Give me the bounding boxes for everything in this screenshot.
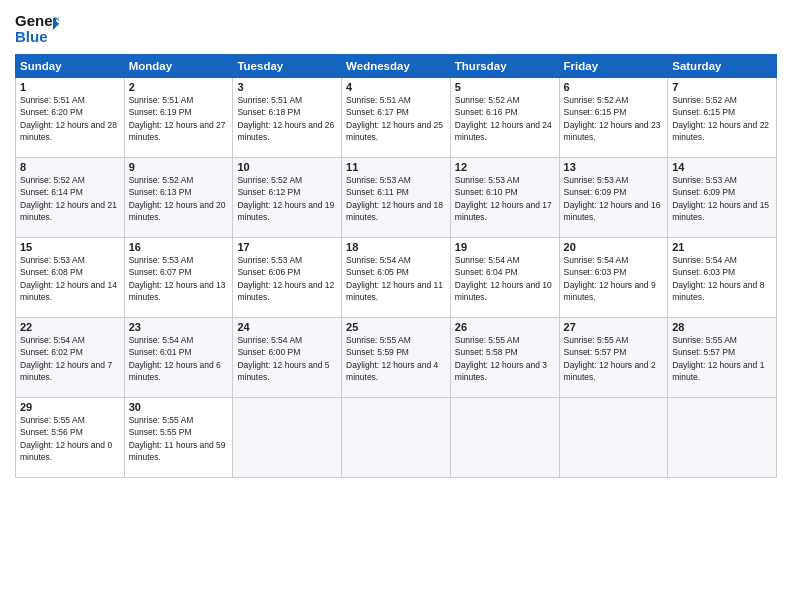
cell-info: Sunrise: 5:52 AM Sunset: 6:16 PM Dayligh… (455, 94, 555, 143)
sunrise-label: Sunrise: 5:55 AM (672, 335, 737, 345)
day-number: 7 (672, 81, 772, 93)
sunrise-label: Sunrise: 5:53 AM (564, 175, 629, 185)
cell-info: Sunrise: 5:54 AM Sunset: 6:02 PM Dayligh… (20, 334, 120, 383)
cell-info: Sunrise: 5:52 AM Sunset: 6:15 PM Dayligh… (564, 94, 664, 143)
sunrise-label: Sunrise: 5:53 AM (455, 175, 520, 185)
calendar-day-header: Friday (559, 55, 668, 78)
sunset-label: Sunset: 6:17 PM (346, 107, 409, 117)
cell-info: Sunrise: 5:54 AM Sunset: 6:03 PM Dayligh… (672, 254, 772, 303)
sunset-label: Sunset: 6:08 PM (20, 267, 83, 277)
daylight-label: Daylight: 12 hours and 22 minutes. (672, 120, 769, 142)
day-number: 12 (455, 161, 555, 173)
daylight-label: Daylight: 12 hours and 23 minutes. (564, 120, 661, 142)
day-number: 2 (129, 81, 229, 93)
daylight-label: Daylight: 12 hours and 0 minutes. (20, 440, 112, 462)
cell-info: Sunrise: 5:53 AM Sunset: 6:10 PM Dayligh… (455, 174, 555, 223)
calendar-day-header: Saturday (668, 55, 777, 78)
cell-info: Sunrise: 5:55 AM Sunset: 5:59 PM Dayligh… (346, 334, 446, 383)
cell-info: Sunrise: 5:53 AM Sunset: 6:08 PM Dayligh… (20, 254, 120, 303)
sunrise-label: Sunrise: 5:55 AM (455, 335, 520, 345)
daylight-label: Daylight: 12 hours and 24 minutes. (455, 120, 552, 142)
sunrise-label: Sunrise: 5:52 AM (672, 95, 737, 105)
day-number: 5 (455, 81, 555, 93)
calendar-cell: 24 Sunrise: 5:54 AM Sunset: 6:00 PM Dayl… (233, 318, 342, 398)
cell-info: Sunrise: 5:54 AM Sunset: 6:04 PM Dayligh… (455, 254, 555, 303)
cell-info: Sunrise: 5:55 AM Sunset: 5:56 PM Dayligh… (20, 414, 120, 463)
sunset-label: Sunset: 5:55 PM (129, 427, 192, 437)
day-number: 20 (564, 241, 664, 253)
calendar-cell: 21 Sunrise: 5:54 AM Sunset: 6:03 PM Dayl… (668, 238, 777, 318)
cell-info: Sunrise: 5:51 AM Sunset: 6:18 PM Dayligh… (237, 94, 337, 143)
cell-info: Sunrise: 5:55 AM Sunset: 5:57 PM Dayligh… (672, 334, 772, 383)
daylight-label: Daylight: 12 hours and 1 minute. (672, 360, 764, 382)
sunset-label: Sunset: 6:13 PM (129, 187, 192, 197)
sunset-label: Sunset: 6:00 PM (237, 347, 300, 357)
sunset-label: Sunset: 6:19 PM (129, 107, 192, 117)
sunset-label: Sunset: 6:15 PM (564, 107, 627, 117)
daylight-label: Daylight: 12 hours and 10 minutes. (455, 280, 552, 302)
sunset-label: Sunset: 6:12 PM (237, 187, 300, 197)
daylight-label: Daylight: 12 hours and 13 minutes. (129, 280, 226, 302)
sunset-label: Sunset: 5:57 PM (672, 347, 735, 357)
daylight-label: Daylight: 12 hours and 26 minutes. (237, 120, 334, 142)
calendar-cell: 13 Sunrise: 5:53 AM Sunset: 6:09 PM Dayl… (559, 158, 668, 238)
cell-info: Sunrise: 5:53 AM Sunset: 6:11 PM Dayligh… (346, 174, 446, 223)
sunset-label: Sunset: 6:02 PM (20, 347, 83, 357)
daylight-label: Daylight: 12 hours and 28 minutes. (20, 120, 117, 142)
sunrise-label: Sunrise: 5:52 AM (20, 175, 85, 185)
day-number: 1 (20, 81, 120, 93)
day-number: 4 (346, 81, 446, 93)
day-number: 23 (129, 321, 229, 333)
calendar-cell (450, 398, 559, 478)
day-number: 3 (237, 81, 337, 93)
calendar-cell (559, 398, 668, 478)
day-number: 10 (237, 161, 337, 173)
calendar-table: SundayMondayTuesdayWednesdayThursdayFrid… (15, 54, 777, 478)
daylight-label: Daylight: 12 hours and 18 minutes. (346, 200, 443, 222)
calendar-day-header: Monday (124, 55, 233, 78)
sunrise-label: Sunrise: 5:54 AM (237, 335, 302, 345)
sunrise-label: Sunrise: 5:55 AM (564, 335, 629, 345)
sunrise-label: Sunrise: 5:52 AM (455, 95, 520, 105)
svg-text:Blue: Blue (15, 28, 48, 45)
sunrise-label: Sunrise: 5:52 AM (564, 95, 629, 105)
sunset-label: Sunset: 5:58 PM (455, 347, 518, 357)
daylight-label: Daylight: 12 hours and 19 minutes. (237, 200, 334, 222)
cell-info: Sunrise: 5:53 AM Sunset: 6:09 PM Dayligh… (672, 174, 772, 223)
calendar-header-row: SundayMondayTuesdayWednesdayThursdayFrid… (16, 55, 777, 78)
daylight-label: Daylight: 12 hours and 9 minutes. (564, 280, 656, 302)
sunset-label: Sunset: 6:06 PM (237, 267, 300, 277)
sunrise-label: Sunrise: 5:53 AM (20, 255, 85, 265)
calendar-cell: 23 Sunrise: 5:54 AM Sunset: 6:01 PM Dayl… (124, 318, 233, 398)
day-number: 28 (672, 321, 772, 333)
day-number: 26 (455, 321, 555, 333)
daylight-label: Daylight: 12 hours and 6 minutes. (129, 360, 221, 382)
day-number: 11 (346, 161, 446, 173)
sunset-label: Sunset: 5:57 PM (564, 347, 627, 357)
sunset-label: Sunset: 6:11 PM (346, 187, 409, 197)
calendar-cell: 4 Sunrise: 5:51 AM Sunset: 6:17 PM Dayli… (342, 78, 451, 158)
daylight-label: Daylight: 12 hours and 17 minutes. (455, 200, 552, 222)
sunrise-label: Sunrise: 5:53 AM (672, 175, 737, 185)
daylight-label: Daylight: 12 hours and 8 minutes. (672, 280, 764, 302)
sunrise-label: Sunrise: 5:51 AM (20, 95, 85, 105)
calendar-cell: 27 Sunrise: 5:55 AM Sunset: 5:57 PM Dayl… (559, 318, 668, 398)
sunset-label: Sunset: 6:07 PM (129, 267, 192, 277)
day-number: 27 (564, 321, 664, 333)
sunset-label: Sunset: 6:09 PM (564, 187, 627, 197)
sunset-label: Sunset: 6:16 PM (455, 107, 518, 117)
cell-info: Sunrise: 5:51 AM Sunset: 6:20 PM Dayligh… (20, 94, 120, 143)
cell-info: Sunrise: 5:51 AM Sunset: 6:19 PM Dayligh… (129, 94, 229, 143)
calendar-cell: 22 Sunrise: 5:54 AM Sunset: 6:02 PM Dayl… (16, 318, 125, 398)
cell-info: Sunrise: 5:53 AM Sunset: 6:09 PM Dayligh… (564, 174, 664, 223)
day-number: 29 (20, 401, 120, 413)
logo: General Blue (15, 10, 59, 48)
calendar-cell: 6 Sunrise: 5:52 AM Sunset: 6:15 PM Dayli… (559, 78, 668, 158)
cell-info: Sunrise: 5:55 AM Sunset: 5:57 PM Dayligh… (564, 334, 664, 383)
cell-info: Sunrise: 5:52 AM Sunset: 6:13 PM Dayligh… (129, 174, 229, 223)
page: General Blue SundayMondayTuesdayWednesda… (0, 0, 792, 612)
daylight-label: Daylight: 12 hours and 16 minutes. (564, 200, 661, 222)
calendar-cell: 28 Sunrise: 5:55 AM Sunset: 5:57 PM Dayl… (668, 318, 777, 398)
sunset-label: Sunset: 6:01 PM (129, 347, 192, 357)
sunrise-label: Sunrise: 5:51 AM (346, 95, 411, 105)
